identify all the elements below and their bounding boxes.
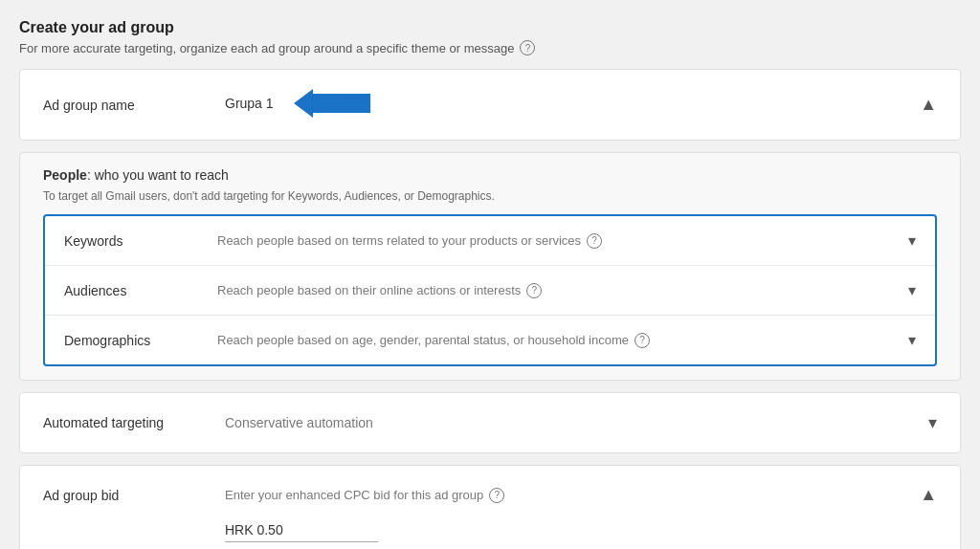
audiences-help-icon[interactable]: ?: [526, 283, 542, 298]
people-subtext: To target all Gmail users, don't add tar…: [43, 189, 937, 203]
ad-group-bid-chevron[interactable]: ▲: [920, 485, 937, 505]
page-subtitle: For more accurate targeting, organize ea…: [19, 40, 961, 55]
ad-group-bid-label: Ad group bid: [43, 488, 225, 503]
arrow-annotation: [294, 89, 370, 121]
bid-help-icon[interactable]: ?: [489, 488, 504, 503]
keywords-chevron[interactable]: ▾: [908, 231, 916, 250]
automated-targeting-chevron[interactable]: ▾: [928, 412, 937, 433]
audiences-chevron[interactable]: ▾: [908, 281, 916, 299]
audiences-label: Audiences: [64, 283, 217, 298]
automated-targeting-card: Automated targeting Conservative automat…: [19, 392, 961, 453]
targeting-row-keywords: Keywords Reach people based on terms rel…: [45, 216, 935, 266]
targeting-table: Keywords Reach people based on terms rel…: [43, 214, 937, 366]
subtitle-help-icon[interactable]: ?: [520, 40, 535, 55]
keywords-help-icon[interactable]: ?: [587, 233, 602, 249]
demographics-label: Demographics: [64, 333, 217, 348]
ad-group-name-card: Ad group name Grupa 1 ▲: [19, 69, 961, 141]
demographics-chevron[interactable]: ▾: [908, 331, 916, 349]
keywords-label: Keywords: [64, 233, 217, 249]
bid-input[interactable]: [225, 518, 378, 542]
automated-targeting-value: Conservative automation: [225, 415, 928, 430]
audiences-desc: Reach people based on their online actio…: [217, 283, 908, 298]
automated-targeting-label: Automated targeting: [43, 415, 225, 430]
people-section: People: who you want to reach To target …: [19, 152, 961, 381]
page-title: Create your ad group: [19, 19, 961, 36]
ad-group-name-value: Grupa 1: [225, 89, 920, 121]
demographics-desc: Reach people based on age, gender, paren…: [217, 333, 908, 348]
keywords-desc: Reach people based on terms related to y…: [217, 233, 908, 249]
ad-group-name-label: Ad group name: [43, 98, 225, 113]
svg-marker-0: [294, 89, 370, 118]
demographics-help-icon[interactable]: ?: [635, 333, 650, 348]
ad-group-bid-card: Ad group bid Enter your enhanced CPC bid…: [19, 465, 961, 549]
targeting-row-audiences: Audiences Reach people based on their on…: [45, 266, 935, 316]
ad-group-name-chevron[interactable]: ▲: [920, 95, 937, 115]
people-header: People: who you want to reach: [43, 166, 937, 184]
targeting-row-demographics: Demographics Reach people based on age, …: [45, 316, 935, 364]
ad-group-bid-desc: Enter your enhanced CPC bid for this ad …: [225, 488, 920, 503]
